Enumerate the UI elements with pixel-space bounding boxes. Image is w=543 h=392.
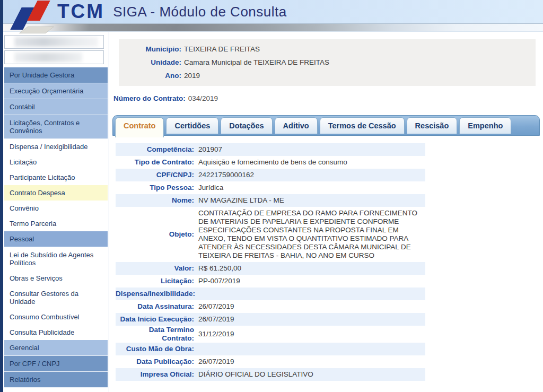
sidebar-item-por-unidade-gestora[interactable]: Por Unidade Gestora bbox=[4, 67, 108, 83]
field-row-nome: Nome:NV MAGAZINE LTDA - ME bbox=[116, 194, 425, 207]
field-row-valor: Valor:R$ 61.250,00 bbox=[116, 262, 425, 275]
info-row-unidade: Unidade:Camara Municipal de TEIXEIRA DE … bbox=[119, 56, 536, 69]
field-row-data-publicacao: Data Publicação:26/07/2019 bbox=[116, 355, 425, 368]
contract-number-value: 034/2019 bbox=[188, 94, 218, 102]
tcm-logo-text: TCM bbox=[57, 1, 104, 22]
field-label-tipo-pessoa: Tipo Pessoa: bbox=[116, 184, 198, 192]
field-row-objeto: Objeto:CONTRATAÇÃO DE EMPRESA DO RAMO PA… bbox=[116, 207, 425, 262]
app-title: SIGA - Módulo de Consulta bbox=[113, 4, 287, 20]
field-label-custo-mao-de-obra: Custo Mão de Obra: bbox=[116, 345, 198, 353]
header-banner-strip bbox=[3, 23, 543, 31]
field-value-tipo-pessoa: Jurídica bbox=[198, 181, 425, 194]
redacted-input[interactable] bbox=[4, 35, 104, 49]
sidebar-item-contrato-despesa[interactable]: Contrato Despesa bbox=[4, 185, 108, 201]
redacted-content bbox=[14, 53, 82, 62]
contract-number-row: Número do Contrato:034/2019 bbox=[113, 94, 540, 102]
sidebar-item-gerencial[interactable]: Gerencial bbox=[4, 340, 108, 356]
sidebar-item-alterar-senha-jurisdicionado[interactable]: Alterar Senha Jurisdicionado bbox=[4, 388, 108, 392]
sidebar-menu: Por Unidade GestoraExecução Orçamentária… bbox=[4, 67, 108, 392]
field-label-dispensa-inexibilidade: Dispensa/Inexibilidade: bbox=[116, 290, 198, 298]
sidebar-item-consultar-gestores-da-unidade[interactable]: Consultar Gestores da Unidade bbox=[4, 286, 108, 309]
sidebar-item-consumo-combustivel[interactable]: Consumo Combustível bbox=[4, 309, 108, 325]
field-value-cpf-cnpj: 24221759000162 bbox=[198, 169, 425, 181]
sidebar-item-relatorios[interactable]: Relatórios bbox=[4, 372, 108, 388]
field-label-competencia: Competência: bbox=[116, 145, 198, 154]
content-area: Por Unidade GestoraExecução Orçamentária… bbox=[3, 31, 543, 392]
sidebar-item-contabil[interactable]: Contábil bbox=[4, 99, 108, 115]
field-value-data-inicio-execucao: 26/07/2019 bbox=[198, 313, 425, 326]
info-row-municipio: Município:TEIXEIRA DE FREITAS bbox=[119, 42, 536, 56]
entity-info-panel: Município:TEIXEIRA DE FREITASUnidade:Cam… bbox=[119, 39, 536, 86]
sidebar-item-participante-licitacao[interactable]: Participante Licitação bbox=[4, 170, 108, 185]
field-value-data-assinatura: 26/07/2019 bbox=[198, 300, 425, 313]
field-label-data-publicacao: Data Publicação: bbox=[116, 358, 198, 366]
field-value-dispensa-inexibilidade bbox=[198, 292, 425, 296]
main-panel: Município:TEIXEIRA DE FREITASUnidade:Cam… bbox=[109, 32, 543, 392]
field-row-cpf-cnpj: CPF/CNPJ:24221759000162 bbox=[116, 169, 425, 181]
field-value-nome: NV MAGAZINE LTDA - ME bbox=[198, 194, 425, 207]
info-value-unidade: Camara Municipal de TEIXEIRA DE FREITAS bbox=[184, 58, 329, 66]
field-row-licitacao: Licitação:PP-007/2019 bbox=[116, 275, 425, 288]
sidebar-item-por-cpf-cnpj[interactable]: Por CPF / CNPJ bbox=[4, 356, 108, 372]
field-value-licitacao: PP-007/2019 bbox=[198, 275, 425, 288]
field-label-tipo-de-contrato: Tipo de Contrato: bbox=[116, 158, 198, 167]
tcm-logo-icon bbox=[7, 1, 56, 32]
info-row-ano: Ano:2019 bbox=[119, 69, 536, 82]
field-label-cpf-cnpj: CPF/CNPJ: bbox=[116, 171, 198, 179]
field-label-valor: Valor: bbox=[116, 264, 198, 273]
field-label-data-assinatura: Data Assinatura: bbox=[116, 302, 198, 311]
contract-number-label: Número do Contrato: bbox=[113, 94, 186, 102]
header-text: TCM SIGA - Módulo de Consulta bbox=[57, 0, 287, 23]
tab-termos-de-cessao[interactable]: Termos de Cessão bbox=[320, 117, 405, 134]
redacted-content bbox=[14, 37, 98, 47]
field-label-licitacao: Licitação: bbox=[116, 277, 198, 285]
tab-empenho[interactable]: Empenho bbox=[459, 117, 511, 134]
sidebar-item-licitacoes-contratos-e-convenios[interactable]: Licitações, Contratos e Convênios bbox=[4, 115, 108, 139]
sidebar-item-licitacao[interactable]: Licitação bbox=[4, 154, 108, 170]
field-label-nome: Nome: bbox=[116, 196, 198, 205]
sidebar-item-termo-parceria[interactable]: Termo Parceria bbox=[4, 216, 108, 231]
tab-contrato[interactable]: Contrato bbox=[115, 117, 164, 137]
sidebar-item-obras-e-servicos[interactable]: Obras e Serviços bbox=[4, 271, 108, 286]
field-value-objeto: CONTRATAÇÃO DE EMPRESA DO RAMO PARA FORN… bbox=[198, 207, 425, 262]
redacted-input[interactable] bbox=[4, 50, 104, 64]
sidebar-item-convenio[interactable]: Convênio bbox=[4, 201, 108, 216]
field-value-tipo-de-contrato: Aquisição e fornecimento de bens de cons… bbox=[198, 156, 425, 169]
field-label-objeto: Objeto: bbox=[116, 230, 198, 239]
field-value-competencia: 201907 bbox=[198, 143, 425, 156]
sidebar-item-execucao-orcamentaria[interactable]: Execução Orçamentária bbox=[4, 83, 108, 99]
left-edge-bar bbox=[0, 0, 3, 392]
tab-rescisao[interactable]: Rescisão bbox=[407, 117, 458, 134]
tab-bar: ContratoCertidõesDotaçõesAditivoTermos d… bbox=[112, 115, 540, 136]
info-label-ano: Ano: bbox=[119, 69, 181, 82]
tab-certidoes[interactable]: Certidões bbox=[166, 117, 218, 134]
info-value-municipio: TEIXEIRA DE FREITAS bbox=[184, 45, 260, 53]
sidebar-item-consulta-publicidade[interactable]: Consulta Publicidade bbox=[4, 325, 108, 340]
field-row-competencia: Competência:201907 bbox=[116, 143, 425, 156]
field-value-custo-mao-de-obra bbox=[198, 347, 425, 351]
field-value-valor: R$ 61.250,00 bbox=[198, 262, 425, 275]
sidebar-item-dispensa-inexigibilidade[interactable]: Dispensa / Inexigibilidade bbox=[4, 139, 108, 154]
field-row-data-termino-contrato: Data Termino Contrato:31/12/2019 bbox=[116, 326, 425, 343]
page: TCM SIGA - Módulo de Consulta Por Unidad… bbox=[3, 0, 543, 392]
field-row-data-inicio-execucao: Data Início Execução:26/07/2019 bbox=[116, 313, 425, 326]
field-row-data-assinatura: Data Assinatura:26/07/2019 bbox=[116, 300, 425, 313]
field-label-data-inicio-execucao: Data Início Execução: bbox=[116, 315, 198, 324]
field-value-impresa-oficial: DIÁRIO OFICIAL DO LEGISLATIVO bbox=[198, 368, 425, 381]
field-row-tipo-de-contrato: Tipo de Contrato:Aquisição e forneciment… bbox=[116, 156, 425, 169]
field-value-data-publicacao: 26/07/2019 bbox=[198, 355, 425, 368]
field-label-data-termino-contrato: Data Termino Contrato: bbox=[116, 326, 198, 343]
info-label-municipio: Município: bbox=[119, 42, 181, 56]
tab-dotacoes[interactable]: Dotações bbox=[221, 117, 272, 134]
sidebar-item-lei-de-subsidio-de-agentes-politicos[interactable]: Lei de Subsídio de Agentes Políticos bbox=[4, 247, 108, 271]
field-row-dispensa-inexibilidade: Dispensa/Inexibilidade: bbox=[116, 288, 425, 300]
sidebar-item-pessoal[interactable]: Pessoal bbox=[4, 231, 108, 247]
info-value-ano: 2019 bbox=[184, 72, 200, 80]
tab-aditivo[interactable]: Aditivo bbox=[275, 117, 318, 134]
sidebar: Por Unidade GestoraExecução Orçamentária… bbox=[3, 32, 109, 392]
field-label-impresa-oficial: Impresa Oficial: bbox=[116, 370, 198, 379]
field-row-tipo-pessoa: Tipo Pessoa:Jurídica bbox=[116, 181, 425, 194]
field-row-custo-mao-de-obra: Custo Mão de Obra: bbox=[116, 343, 425, 355]
contract-fields: Competência:201907Tipo de Contrato:Aquis… bbox=[116, 143, 425, 381]
info-label-unidade: Unidade: bbox=[119, 56, 181, 69]
